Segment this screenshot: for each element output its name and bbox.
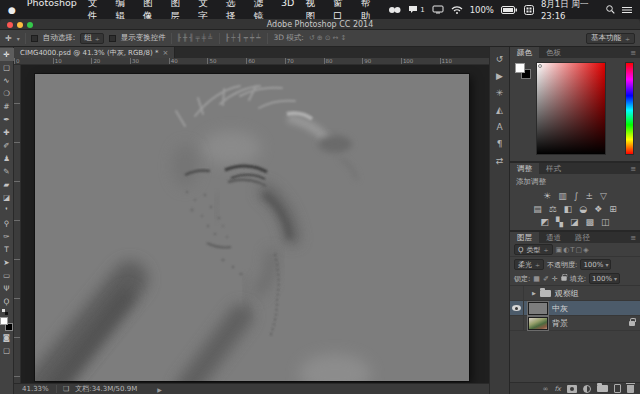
menubar-clock[interactable]: 8月1日 周一 23:16 bbox=[541, 0, 599, 21]
canvas-pasteboard[interactable] bbox=[14, 65, 489, 383]
opacity-field[interactable]: 100% ▾ bbox=[580, 259, 611, 270]
crop-tool[interactable]: # bbox=[0, 100, 14, 113]
adjustment-icon[interactable]: ☀ bbox=[543, 190, 551, 203]
panel-menu-icon[interactable]: ≡ bbox=[630, 232, 640, 243]
lock-icon[interactable]: ▦ bbox=[533, 275, 540, 283]
eyedropper-tool[interactable]: ✒ bbox=[0, 113, 14, 126]
3d-mode-button[interactable]: ↕ bbox=[340, 34, 348, 42]
distribute-button[interactable]: ┷ bbox=[256, 34, 262, 42]
adjustment-icon[interactable]: ◫ bbox=[601, 216, 610, 229]
panel-menu-icon[interactable]: ≡ bbox=[630, 47, 640, 58]
adjustment-icon[interactable]: ◒ bbox=[579, 203, 587, 216]
brush-tool[interactable]: ✐ bbox=[0, 139, 14, 152]
foreground-color-swatch[interactable] bbox=[0, 317, 8, 325]
new-layer-icon[interactable] bbox=[614, 384, 621, 393]
layer-thumbnail[interactable] bbox=[528, 302, 548, 315]
quick-selection-tool[interactable]: ❍ bbox=[0, 87, 14, 100]
gradient-tool[interactable]: ◪ bbox=[0, 191, 14, 204]
tab-styles[interactable]: 样式 bbox=[539, 163, 568, 174]
layer-row-gray[interactable]: 中灰 bbox=[510, 301, 640, 316]
visibility-toggle[interactable] bbox=[510, 316, 524, 331]
blend-mode-dropdown[interactable]: 柔光 ÷ bbox=[514, 259, 544, 270]
layer-effects-icon[interactable]: fx bbox=[554, 385, 561, 393]
zoom-window-button[interactable] bbox=[27, 22, 33, 28]
adjustment-icon[interactable]: ◪ bbox=[570, 216, 579, 229]
auto-select-dropdown[interactable]: 组 ÷ bbox=[80, 33, 104, 44]
layer-filter-icon[interactable]: ◈ bbox=[583, 246, 589, 254]
type-tool[interactable]: T bbox=[0, 243, 14, 256]
new-adjustment-layer-icon[interactable] bbox=[583, 385, 591, 393]
minimize-window-button[interactable] bbox=[17, 22, 23, 28]
hand-tool[interactable]: Ψ bbox=[0, 282, 14, 295]
screen-mode-button[interactable]: ▢ bbox=[0, 344, 14, 357]
app-switcher-icon[interactable] bbox=[524, 5, 534, 15]
3d-mode-button[interactable]: ⊙ bbox=[325, 34, 333, 42]
document-tab[interactable]: CIMG4000.psd @ 41.3% (中灰, RGB/8) * × bbox=[14, 47, 175, 58]
foreground-swatch[interactable] bbox=[515, 63, 525, 73]
adjustment-icon[interactable]: ◩ bbox=[541, 216, 550, 229]
adjustment-icon[interactable]: ▚ bbox=[556, 216, 563, 229]
tab-layers[interactable]: 图层 bbox=[510, 232, 539, 243]
notification-center-icon[interactable] bbox=[622, 6, 632, 14]
show-transform-checkbox[interactable] bbox=[109, 35, 116, 42]
layer-name[interactable]: 观察组 bbox=[555, 288, 579, 299]
marquee-tool[interactable]: ▢ bbox=[0, 61, 14, 74]
panel-menu-icon[interactable]: ≡ bbox=[630, 163, 640, 174]
default-colors-icon[interactable] bbox=[2, 309, 8, 315]
lock-icon[interactable]: ✛ bbox=[552, 275, 558, 283]
document-canvas[interactable] bbox=[35, 74, 469, 381]
binoculars-icon[interactable] bbox=[388, 5, 401, 14]
adjustment-icon[interactable]: ▥ bbox=[558, 190, 567, 203]
link-layers-icon[interactable]: ∞ bbox=[543, 385, 549, 393]
adjustment-icon[interactable]: ⊞ bbox=[609, 203, 617, 216]
visibility-toggle[interactable] bbox=[510, 286, 524, 301]
add-layer-mask-icon[interactable] bbox=[567, 385, 577, 393]
history-brush-tool[interactable]: ✎ bbox=[0, 165, 14, 178]
close-document-icon[interactable]: × bbox=[162, 49, 168, 57]
layer-filter-dropdown[interactable]: Ϙ 类型 ÷ bbox=[514, 244, 553, 255]
new-group-icon[interactable] bbox=[597, 385, 608, 392]
lock-all-icon[interactable] bbox=[561, 276, 566, 281]
tab-adjustments[interactable]: 调整 bbox=[510, 163, 539, 174]
adjustment-icon[interactable]: ▤ bbox=[533, 203, 542, 216]
adjustment-icon[interactable]: ▩ bbox=[585, 216, 594, 229]
lock-icon[interactable]: ✐ bbox=[543, 275, 549, 283]
adjustment-icon[interactable]: ∫ bbox=[574, 190, 579, 203]
path-selection-tool[interactable]: ➤ bbox=[0, 256, 14, 269]
paragraph-panel-icon[interactable]: ¶ bbox=[491, 136, 508, 151]
tab-paths[interactable]: 路径 bbox=[568, 232, 597, 243]
adjustment-icon[interactable]: ❖ bbox=[594, 203, 602, 216]
actions-panel-icon[interactable]: ▶ bbox=[491, 68, 508, 83]
character-panel-icon[interactable]: A bbox=[491, 119, 508, 134]
layer-name[interactable]: 背景 bbox=[552, 318, 568, 329]
expand-group-icon[interactable]: ▶ bbox=[532, 290, 536, 296]
close-window-button[interactable] bbox=[7, 22, 13, 28]
move-tool[interactable]: ✛ bbox=[0, 48, 14, 61]
fill-field[interactable]: 100% ▾ bbox=[589, 273, 620, 284]
zoom-tool[interactable]: Ϙ bbox=[0, 295, 14, 308]
display-mirroring-icon[interactable] bbox=[432, 5, 444, 14]
shape-tool[interactable]: ▭ bbox=[0, 269, 14, 282]
eraser-tool[interactable]: ▰ bbox=[0, 178, 14, 191]
quick-mask-button[interactable]: ◙ bbox=[0, 331, 14, 344]
visibility-toggle[interactable] bbox=[510, 301, 524, 316]
spotlight-search-icon[interactable] bbox=[606, 5, 615, 14]
adjustment-icon[interactable]: ± bbox=[585, 190, 593, 203]
align-button[interactable]: ╧ bbox=[208, 34, 214, 42]
wifi-icon[interactable] bbox=[451, 5, 463, 14]
tab-color[interactable]: 颜色 bbox=[510, 47, 539, 58]
tab-channels[interactable]: 通道 bbox=[539, 232, 568, 243]
workspace-switcher[interactable]: 基本功能 ÷ bbox=[586, 33, 635, 44]
layer-row-group[interactable]: ▶ 观察组 bbox=[510, 286, 640, 301]
layer-thumbnail[interactable] bbox=[528, 317, 548, 330]
apple-menu-icon[interactable]: ● bbox=[8, 5, 16, 15]
auto-select-checkbox[interactable] bbox=[31, 35, 38, 42]
layer-name[interactable]: 中灰 bbox=[552, 303, 568, 314]
pen-tool[interactable]: ✑ bbox=[0, 230, 14, 243]
properties-panel-icon[interactable]: ✳ bbox=[491, 85, 508, 100]
adjustment-icon[interactable]: ◧ bbox=[564, 203, 573, 216]
healing-brush-tool[interactable]: ✚ bbox=[0, 126, 14, 139]
saturation-brightness-field[interactable] bbox=[536, 62, 606, 155]
history-panel-icon[interactable]: ↺ bbox=[491, 51, 508, 66]
lasso-tool[interactable]: ∿ bbox=[0, 74, 14, 87]
